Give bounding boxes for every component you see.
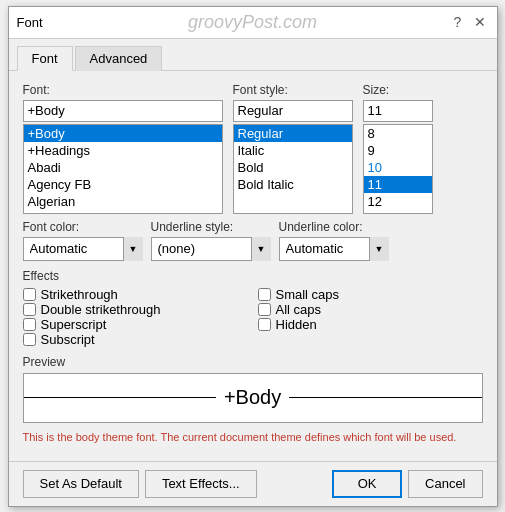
style-item-regular[interactable]: Regular — [234, 125, 352, 142]
style-listbox[interactable]: Regular Italic Bold Bold Italic — [233, 124, 353, 214]
underline-style-label: Underline style: — [151, 220, 271, 234]
all-caps-label: All caps — [276, 302, 322, 317]
font-row: Font: +Body +Headings Abadi Agency FB Al… — [23, 83, 483, 214]
underline-color-group: Underline color: Automatic ▼ — [279, 220, 389, 261]
strikethrough-label: Strikethrough — [41, 287, 118, 302]
footer-left: Set As Default Text Effects... — [23, 470, 257, 498]
dialog-footer: Set As Default Text Effects... OK Cancel — [9, 461, 497, 506]
size-item-12[interactable]: 12 — [364, 193, 432, 210]
hidden-checkbox[interactable] — [258, 318, 271, 331]
effects-title: Effects — [23, 269, 483, 283]
font-color-group: Font color: Automatic ▼ — [23, 220, 143, 261]
preview-box: +Body — [23, 373, 483, 423]
superscript-checkbox[interactable] — [23, 318, 36, 331]
effects-grid: Strikethrough Double strikethrough Super… — [23, 287, 483, 347]
double-strikethrough-label: Double strikethrough — [41, 302, 161, 317]
set-default-button[interactable]: Set As Default — [23, 470, 139, 498]
title-bar: Font groovyPost.com ? ✕ — [9, 7, 497, 39]
size-column: Size: 8 9 10 11 12 — [363, 83, 433, 214]
effect-strikethrough[interactable]: Strikethrough — [23, 287, 248, 302]
cancel-button[interactable]: Cancel — [408, 470, 482, 498]
dialog-title: Font — [17, 15, 43, 30]
tab-font[interactable]: Font — [17, 46, 73, 71]
underline-color-select[interactable]: Automatic — [279, 237, 389, 261]
size-input[interactable] — [363, 100, 433, 122]
style-column: Font style: Regular Italic Bold Bold Ita… — [233, 83, 353, 214]
font-color-dropdown-wrap: Automatic ▼ — [23, 237, 143, 261]
color-underline-row: Font color: Automatic ▼ Underline style:… — [23, 220, 483, 261]
ok-button[interactable]: OK — [332, 470, 402, 498]
double-strikethrough-checkbox[interactable] — [23, 303, 36, 316]
preview-section: Preview +Body — [23, 355, 483, 423]
small-caps-label: Small caps — [276, 287, 340, 302]
font-item-abadi[interactable]: Abadi — [24, 159, 222, 176]
font-dialog: Font groovyPost.com ? ✕ Font Advanced Fo… — [8, 6, 498, 507]
preview-text: +Body — [216, 386, 289, 409]
font-item-agency[interactable]: Agency FB — [24, 176, 222, 193]
preview-line-right — [289, 397, 481, 398]
underline-style-dropdown-wrap: (none) ▼ — [151, 237, 271, 261]
effects-col2: Small caps All caps Hidden — [258, 287, 483, 347]
font-listbox[interactable]: +Body +Headings Abadi Agency FB Algerian — [23, 124, 223, 214]
tabs-container: Font Advanced — [9, 39, 497, 71]
font-item-body[interactable]: +Body — [24, 125, 222, 142]
effect-superscript[interactable]: Superscript — [23, 317, 248, 332]
superscript-label: Superscript — [41, 317, 107, 332]
effects-col1: Strikethrough Double strikethrough Super… — [23, 287, 248, 347]
size-listbox[interactable]: 8 9 10 11 12 — [363, 124, 433, 214]
tab-advanced[interactable]: Advanced — [75, 46, 163, 71]
preview-label: Preview — [23, 355, 483, 369]
text-effects-button[interactable]: Text Effects... — [145, 470, 257, 498]
effects-section: Effects Strikethrough Double strikethrou… — [23, 269, 483, 347]
font-color-label: Font color: — [23, 220, 143, 234]
underline-color-label: Underline color: — [279, 220, 389, 234]
preview-line-left — [24, 397, 216, 398]
underline-color-dropdown-wrap: Automatic ▼ — [279, 237, 389, 261]
all-caps-checkbox[interactable] — [258, 303, 271, 316]
style-item-italic[interactable]: Italic — [234, 142, 352, 159]
dialog-content: Font: +Body +Headings Abadi Agency FB Al… — [9, 71, 497, 461]
font-item-algerian[interactable]: Algerian — [24, 193, 222, 210]
strikethrough-checkbox[interactable] — [23, 288, 36, 301]
font-input[interactable] — [23, 100, 223, 122]
size-item-11[interactable]: 11 — [364, 176, 432, 193]
info-text: This is the body theme font. The current… — [23, 431, 483, 443]
close-button[interactable]: ✕ — [471, 13, 489, 31]
small-caps-checkbox[interactable] — [258, 288, 271, 301]
style-label: Font style: — [233, 83, 353, 97]
underline-style-group: Underline style: (none) ▼ — [151, 220, 271, 261]
style-item-bold[interactable]: Bold — [234, 159, 352, 176]
size-item-9[interactable]: 9 — [364, 142, 432, 159]
size-label: Size: — [363, 83, 433, 97]
font-color-select[interactable]: Automatic — [23, 237, 143, 261]
subscript-checkbox[interactable] — [23, 333, 36, 346]
font-label: Font: — [23, 83, 223, 97]
style-input[interactable] — [233, 100, 353, 122]
effect-hidden[interactable]: Hidden — [258, 317, 483, 332]
subscript-label: Subscript — [41, 332, 95, 347]
effect-all-caps[interactable]: All caps — [258, 302, 483, 317]
hidden-label: Hidden — [276, 317, 317, 332]
footer-right: OK Cancel — [332, 470, 482, 498]
size-item-8[interactable]: 8 — [364, 125, 432, 142]
size-item-10[interactable]: 10 — [364, 159, 432, 176]
font-item-headings[interactable]: +Headings — [24, 142, 222, 159]
font-column: Font: +Body +Headings Abadi Agency FB Al… — [23, 83, 223, 214]
help-button[interactable]: ? — [449, 13, 467, 31]
effect-subscript[interactable]: Subscript — [23, 332, 248, 347]
effect-small-caps[interactable]: Small caps — [258, 287, 483, 302]
watermark: groovyPost.com — [188, 12, 317, 33]
preview-lines: +Body — [24, 386, 482, 409]
underline-style-select[interactable]: (none) — [151, 237, 271, 261]
style-item-bold-italic[interactable]: Bold Italic — [234, 176, 352, 193]
effect-double-strikethrough[interactable]: Double strikethrough — [23, 302, 248, 317]
